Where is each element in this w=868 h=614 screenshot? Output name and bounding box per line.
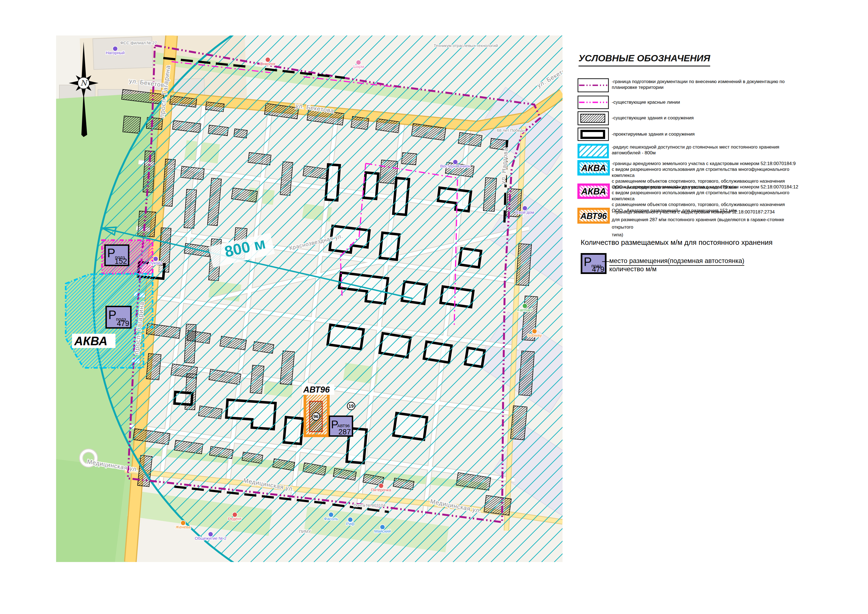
existing-buildings-swatch bbox=[577, 111, 609, 126]
badge-caption-count: количество м/м bbox=[609, 265, 657, 273]
poi-label: Farmani bbox=[517, 308, 532, 312]
svg-text:АКВА: АКВА bbox=[581, 186, 606, 196]
svg-text:Р: Р bbox=[584, 255, 592, 269]
poi-label: Subway bbox=[527, 333, 542, 337]
poi-label: Нагорный bbox=[106, 50, 124, 55]
poi-label: Вестерн Юнион bbox=[440, 164, 470, 168]
poi-label: Свой дом bbox=[516, 210, 534, 215]
badge-caption-place: место размещения(подземная автостоянка) bbox=[609, 257, 744, 266]
poi-label: Онколог bbox=[260, 61, 276, 66]
caption-leader-line bbox=[602, 261, 609, 262]
akva-map-label: АКВА bbox=[72, 334, 115, 348]
svg-text:АКВА: АКВА bbox=[74, 334, 107, 348]
parking-badge-479: Р подз 479 bbox=[106, 306, 131, 328]
building-number-96: 96 bbox=[313, 414, 319, 419]
poi-label: Пятёрочка bbox=[371, 488, 391, 492]
poi-label: Почта № 603104 bbox=[353, 503, 386, 508]
counts-heading: Количество размещаемых м/м для постоянно… bbox=[581, 238, 773, 247]
poi-label: Фасоль bbox=[324, 516, 338, 521]
svg-text:479: 479 bbox=[117, 319, 129, 328]
legend-title: УСЛОВНЫЕ ОБОЗНАЧЕНИЯ bbox=[578, 53, 710, 67]
svg-text:АВТ96: АВТ96 bbox=[337, 423, 350, 428]
svg-text:АКВА: АКВА bbox=[581, 163, 606, 173]
poi-label: Риф bbox=[346, 521, 355, 526]
avt96-map-label: АВТ96 bbox=[302, 384, 334, 395]
poi-label: ПИМУ bbox=[299, 529, 311, 534]
poi-label: Лукойл bbox=[149, 261, 163, 265]
projected-buildings-swatch bbox=[577, 127, 609, 141]
akva-cyan-badge: АКВА bbox=[577, 160, 610, 176]
poi-label: Женева bbox=[176, 525, 191, 529]
svg-text:АВТ96: АВТ96 bbox=[303, 385, 330, 395]
svg-text:287: 287 bbox=[338, 428, 351, 436]
avt96-badge: АВТ96 bbox=[577, 208, 610, 224]
parking-badge-287: Р АВТ96 287 bbox=[329, 416, 352, 436]
svg-text:479: 479 bbox=[592, 265, 604, 274]
svg-text:152: 152 bbox=[115, 257, 127, 266]
sample-parking-badge: Р подз 479 bbox=[581, 253, 606, 274]
poi-label: Майский bbox=[374, 529, 391, 533]
poi-label: Редент bbox=[228, 516, 242, 521]
akva-magenta-badge: АКВА bbox=[577, 183, 610, 199]
doc-boundary-swatch bbox=[577, 78, 609, 92]
parking-badge-152: Р подз 152 bbox=[105, 245, 129, 266]
planning-map: 96 19 800 м АКВА АВТ96 Р подз 152 Р подз… bbox=[56, 36, 563, 562]
poi-label: Общежитие № 2 bbox=[195, 536, 226, 541]
building-number-19: 19 bbox=[349, 404, 354, 409]
red-lines-swatch bbox=[577, 95, 609, 109]
existing-building bbox=[123, 116, 141, 133]
poi-label: Техникум отраслевых технологий bbox=[434, 43, 498, 48]
radius-swatch bbox=[577, 144, 609, 159]
poi-label: Шарм bbox=[353, 64, 364, 69]
poi-label: ФСС филиал № 27 bbox=[120, 40, 157, 45]
avt96-area: 96 bbox=[305, 393, 328, 436]
svg-text:Р: Р bbox=[107, 246, 115, 260]
poi-label: 68 лет Победы bbox=[497, 128, 525, 132]
svg-text:АВТ96: АВТ96 bbox=[580, 211, 607, 221]
svg-text:Р: Р bbox=[108, 308, 116, 322]
